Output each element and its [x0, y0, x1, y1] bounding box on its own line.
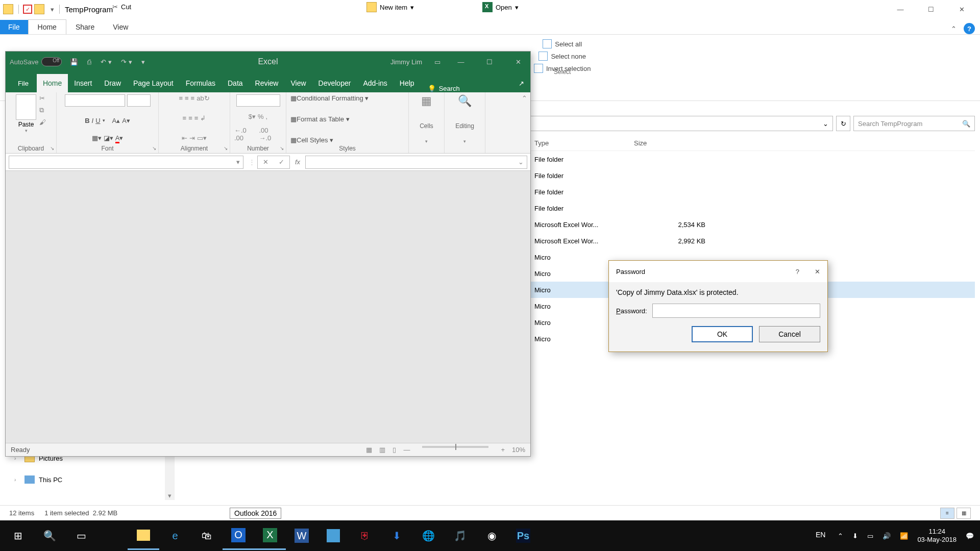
copy-icon[interactable]: ⧉ — [39, 106, 46, 114]
password-input[interactable] — [652, 304, 820, 318]
paste-button[interactable]: Paste — [18, 121, 34, 128]
outlook-taskbar[interactable]: O — [223, 521, 254, 550]
underline-button[interactable]: U — [95, 117, 100, 124]
tab-share[interactable]: Share — [66, 20, 104, 34]
normal-view-icon[interactable]: ▦ — [366, 446, 372, 454]
increase-decimal-icon[interactable]: ←.0 .00 — [234, 127, 257, 142]
decrease-indent-icon[interactable]: ⇤ — [182, 134, 187, 142]
dialog-launcher-icon[interactable]: ↘ — [280, 145, 284, 151]
open-button[interactable]: Open ▾ — [482, 2, 519, 12]
format-painter-icon[interactable]: 🖌 — [39, 118, 46, 126]
italic-button[interactable]: I — [92, 117, 94, 124]
tab-data[interactable]: Data — [222, 74, 249, 92]
help-icon[interactable]: ? — [964, 23, 975, 34]
edge-taskbar[interactable]: e — [159, 521, 191, 550]
tab-view[interactable]: View — [104, 20, 137, 34]
zoom-slider[interactable] — [422, 446, 488, 448]
wifi-icon[interactable]: 📶 — [900, 532, 908, 540]
worksheet-area[interactable] — [6, 171, 530, 443]
zoom-in-icon[interactable]: + — [501, 446, 505, 454]
share-button[interactable]: ↗ — [512, 74, 530, 92]
tab-insert[interactable]: Insert — [68, 74, 98, 92]
clock[interactable]: 11:24 03-May-2018 — [917, 528, 957, 543]
search-input[interactable]: Search TempProgram 🔍 — [853, 116, 975, 131]
qat-checkbox-icon[interactable]: ✓ — [23, 5, 32, 14]
align-left-icon[interactable]: ≡ — [183, 114, 187, 122]
paste-icon[interactable] — [16, 94, 36, 120]
new-item-button[interactable]: New item ▾ — [366, 2, 414, 12]
qat-more-icon[interactable]: ▾ — [141, 58, 145, 66]
orientation-icon[interactable]: ab↻ — [197, 94, 209, 102]
maximize-button[interactable]: ☐ — [916, 0, 946, 18]
task-view-button[interactable]: ▭ — [65, 521, 97, 550]
file-explorer-taskbar[interactable] — [128, 521, 159, 550]
font-name-select[interactable] — [65, 94, 125, 107]
increase-font-icon[interactable]: A▴ — [112, 117, 120, 124]
name-box[interactable]: ▾ — [9, 156, 243, 169]
minimize-button[interactable]: — — [453, 58, 469, 66]
fill-color-button[interactable]: ◪▾ — [104, 134, 113, 142]
dropbox-tray-icon[interactable]: ⬇ — [852, 532, 858, 540]
chevron-right-icon[interactable]: › — [14, 477, 20, 483]
language-indicator[interactable]: EN — [816, 528, 825, 539]
dialog-launcher-icon[interactable]: ↘ — [152, 145, 156, 151]
bold-button[interactable]: B — [85, 117, 89, 124]
save-icon[interactable]: 💾 — [70, 58, 78, 66]
select-all-button[interactable]: Select all — [543, 38, 582, 50]
undo-icon[interactable]: ↶ ▾ — [101, 58, 112, 66]
store-taskbar[interactable]: 🛍 — [191, 521, 223, 550]
borders-button[interactable]: ▦▾ — [92, 134, 102, 142]
enter-formula-icon[interactable]: ✓ — [279, 158, 284, 166]
dialog-launcher-icon[interactable]: ↘ — [224, 145, 228, 151]
align-middle-icon[interactable]: ≡ — [185, 94, 189, 102]
select-none-button[interactable]: Select none — [538, 50, 586, 62]
zoom-out-icon[interactable]: — — [403, 446, 410, 454]
app-taskbar-3[interactable]: 🎵 — [444, 521, 476, 550]
maximize-button[interactable]: ☐ — [481, 58, 498, 66]
mcafee-taskbar[interactable]: ⛨ — [349, 521, 381, 550]
help-icon[interactable]: ? — [796, 268, 799, 276]
align-bottom-icon[interactable]: ≡ — [191, 94, 195, 102]
qat-dropdown-icon[interactable]: ▾ — [51, 6, 54, 13]
close-icon[interactable]: ✕ — [815, 268, 820, 276]
redo-icon[interactable]: ↷ ▾ — [121, 58, 132, 66]
tab-view[interactable]: View — [284, 74, 312, 92]
refresh-button[interactable]: ↻ — [836, 116, 850, 131]
align-center-icon[interactable]: ≡ — [188, 114, 192, 122]
page-break-view-icon[interactable]: ▯ — [393, 446, 396, 454]
ribbon-collapse-icon[interactable]: ⌃ — [951, 25, 957, 33]
conditional-formatting-button[interactable]: ▦Conditional Formatting ▾ — [290, 94, 369, 102]
find-select-icon[interactable]: 🔍 — [458, 94, 472, 108]
search-button[interactable]: 🔍 — [34, 521, 65, 550]
app-taskbar-1[interactable] — [317, 521, 349, 550]
word-taskbar[interactable]: W — [286, 521, 317, 550]
tab-file[interactable]: File — [10, 74, 37, 92]
autosave-toggle[interactable]: AutoSave — [10, 57, 62, 66]
tab-review[interactable]: Review — [249, 74, 285, 92]
nav-this-pc[interactable]: › This PC — [5, 473, 174, 486]
photoshop-taskbar[interactable]: Ps — [507, 521, 539, 550]
align-top-icon[interactable]: ≡ — [179, 94, 183, 102]
decrease-font-icon[interactable]: A▾ — [122, 117, 130, 124]
tab-add-ins[interactable]: Add-ins — [357, 74, 393, 92]
cells-icon[interactable]: ▦ — [421, 94, 432, 108]
col-type[interactable]: Type — [534, 139, 634, 147]
font-size-select[interactable] — [127, 94, 151, 107]
font-color-button[interactable]: A▾ — [115, 134, 124, 142]
action-center-icon[interactable]: 💬 — [966, 532, 974, 540]
tab-file[interactable]: File — [0, 20, 28, 34]
tab-page-layout[interactable]: Page Layout — [127, 74, 180, 92]
battery-icon[interactable]: ▭ — [867, 532, 873, 540]
tab-help[interactable]: Help — [394, 74, 421, 92]
zoom-level[interactable]: 10% — [512, 446, 525, 454]
chevron-down-icon[interactable]: ⌄ — [823, 120, 828, 128]
tray-overflow-icon[interactable]: ⌃ — [838, 532, 843, 540]
fx-icon[interactable]: fx — [295, 158, 300, 166]
excel-taskbar[interactable]: X — [254, 521, 286, 550]
collapse-ribbon-icon[interactable]: ⌃ — [522, 94, 527, 102]
merge-center-icon[interactable]: ▭▾ — [197, 134, 207, 142]
app-taskbar-2[interactable]: 🌐 — [412, 521, 444, 550]
tell-me-search[interactable]: 💡Search — [422, 85, 466, 92]
comma-icon[interactable]: , — [266, 113, 268, 120]
view-icons-button[interactable]: ▦ — [957, 508, 971, 519]
